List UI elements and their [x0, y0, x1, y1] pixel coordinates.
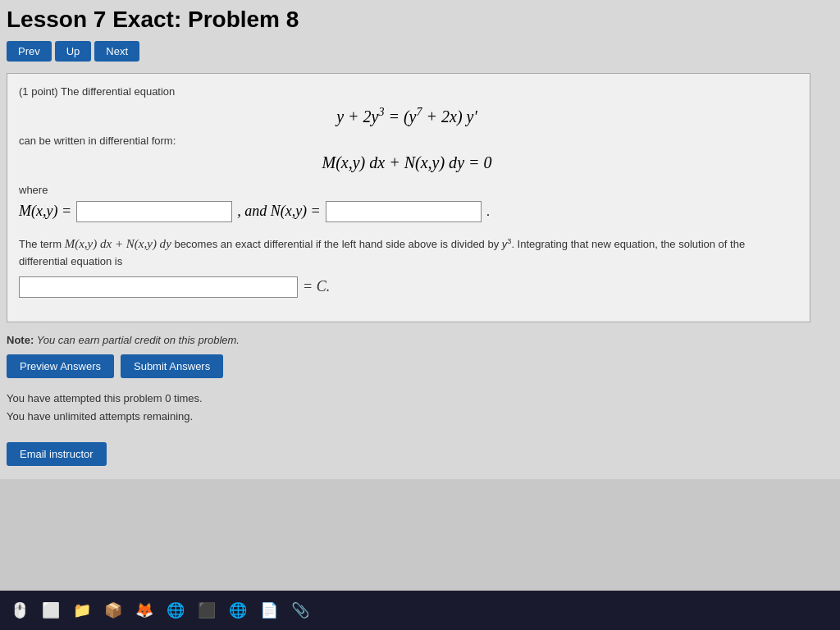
note-label: Note: — [7, 334, 34, 346]
taskbar-pdf-icon[interactable]: 📄 — [256, 597, 282, 623]
diff-form-equation: M(x,y) dx + N(x,y) dy = 0 — [19, 153, 795, 172]
taskbar-window-icon[interactable]: ⬜ — [38, 597, 64, 623]
taskbar-clip-icon[interactable]: 📎 — [287, 597, 313, 623]
attempts-line1: You have attempted this problem 0 times. — [7, 390, 827, 408]
submit-answers-button[interactable]: Submit Answers — [121, 354, 223, 378]
taskbar: 🖱️ ⬜ 📁 📦 🦊 🌐 ⬛ 🌐 📄 📎 — [0, 591, 840, 630]
taskbar-firefox-icon[interactable]: 🦊 — [131, 597, 158, 623]
taskbar-grid-icon[interactable]: ⬛ — [194, 597, 220, 623]
next-button[interactable]: Next — [94, 41, 139, 62]
solution-input[interactable] — [19, 276, 298, 298]
note-section: Note: You can earn partial credit on thi… — [7, 334, 827, 346]
up-button[interactable]: Up — [55, 41, 92, 62]
page-title: Lesson 7 Exact: Problem 8 — [7, 7, 827, 33]
taskbar-chrome-icon[interactable]: 🌐 — [225, 597, 251, 623]
solution-row: = C. — [19, 275, 795, 299]
attempts-section: You have attempted this problem 0 times.… — [7, 390, 827, 426]
main-content: Lesson 7 Exact: Problem 8 Prev Up Next (… — [0, 0, 840, 479]
mn-input-row: M(x,y) = , and N(x,y) = . — [19, 201, 795, 222]
attempts-line2: You have unlimited attempts remaining. — [7, 408, 827, 426]
diff-form-intro: can be written in differential form: — [19, 135, 795, 147]
m-label: M(x,y) = — [19, 203, 71, 220]
exact-math-inline: M(x,y) dx + N(x,y) dy — [65, 237, 171, 250]
problem-box: (1 point) The differential equation y + … — [7, 73, 810, 322]
where-label: where — [19, 184, 795, 196]
nav-buttons: Prev Up Next — [7, 41, 827, 62]
taskbar-package-icon[interactable]: 📦 — [100, 597, 126, 623]
n-input[interactable] — [326, 201, 482, 222]
main-equation: y + 2y3 = (y7 + 2x) y′ — [19, 106, 795, 126]
problem-points: (1 point) The differential equation — [19, 85, 795, 98]
taskbar-mouse-icon[interactable]: 🖱️ — [7, 597, 33, 623]
note-text: You can earn partial credit on this prob… — [37, 334, 240, 346]
equals-c: = C. — [303, 275, 330, 299]
n-dot: . — [486, 204, 490, 219]
m-input[interactable] — [76, 201, 232, 222]
taskbar-folder-icon[interactable]: 📁 — [69, 597, 95, 623]
exact-description: The term M(x,y) dx + N(x,y) dy becomes a… — [19, 234, 795, 299]
prev-button[interactable]: Prev — [7, 41, 52, 62]
taskbar-globe-icon[interactable]: 🌐 — [162, 597, 189, 623]
email-instructor-button[interactable]: Email instructor — [7, 442, 107, 466]
and-n-label: , and N(x,y) = — [237, 203, 321, 220]
preview-answers-button[interactable]: Preview Answers — [7, 354, 114, 378]
action-buttons: Preview Answers Submit Answers — [7, 354, 827, 378]
